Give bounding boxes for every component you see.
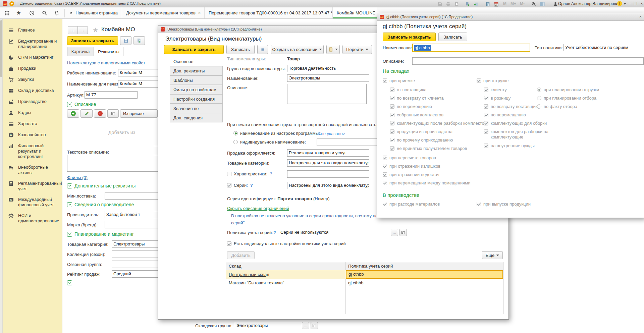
warehouse-cell-link[interactable]: Центральный склад: [229, 270, 269, 279]
column-header-policy[interactable]: Политика учета серий: [348, 262, 393, 270]
warehouse-cell-link[interactable]: Магазин "Бытовая техника": [229, 279, 284, 287]
checkbox-on-receipt[interactable]: при приемке: [383, 78, 415, 83]
warehouse-group-select-button[interactable]: ...: [302, 322, 309, 329]
user-name[interactable]: Орлов Александр Владимирович: [558, 1, 621, 6]
section-additional-attributes[interactable]: Дополнительные реквизиты: [67, 183, 136, 188]
add-image-button[interactable]: +: [67, 109, 79, 118]
print-name-input[interactable]: Комбайн М: [118, 80, 160, 88]
edit-image-button[interactable]: [80, 109, 93, 118]
series-policy-open-button[interactable]: [399, 229, 407, 236]
sidebar-item-regulated-accounting[interactable]: Регламентированный учет: [3, 178, 62, 194]
radio-on-picking-planning[interactable]: при планировании отбора: [537, 96, 596, 101]
save-and-close-button[interactable]: Записать и закрыть: [67, 36, 118, 45]
individual-settings-checkbox[interactable]: Есть индивидуальные настройки политики у…: [227, 241, 346, 246]
calculator-icon[interactable]: [484, 0, 491, 8]
sidebar-item-purchases[interactable]: Закупки: [3, 74, 62, 85]
checkbox-goods-recount[interactable]: при пересчете товаров: [383, 155, 436, 160]
nav-item-default-values[interactable]: Значения по умолчанию: [170, 104, 223, 113]
help-icon[interactable]: ?: [273, 230, 276, 235]
favorite-star-icon[interactable]: ★: [93, 26, 98, 34]
min-supply-input[interactable]: [105, 192, 161, 200]
sidebar-item-main[interactable]: Главное: [3, 25, 62, 36]
create-copy-button[interactable]: [133, 36, 145, 45]
history-icon[interactable]: [28, 9, 36, 17]
reports-button[interactable]: [326, 45, 340, 54]
sales-rating-input[interactable]: Средний: [112, 270, 161, 278]
radio-on-shipment-planning[interactable]: при планировании отгрузки: [537, 87, 599, 92]
print-icon[interactable]: [444, 0, 452, 8]
policy-cell-link[interactable]: gj cthbb: [348, 272, 364, 277]
delete-image-button[interactable]: ×: [94, 109, 106, 118]
checkbox-from-supplier[interactable]: от поставщика: [390, 87, 426, 92]
warehouse-group-open-button[interactable]: [311, 322, 318, 329]
series-checkbox[interactable]: Серии: ?: [227, 183, 253, 188]
from-attached-button[interactable]: Из присое: [120, 109, 158, 118]
tab-goods-transfer-documents[interactable]: Документы перемещения товаров ×: [122, 7, 205, 18]
radio-on-picking-fact[interactable]: по факту отбора: [537, 104, 577, 109]
memory-mminus-button[interactable]: M-: [520, 1, 525, 6]
image-drop-area[interactable]: Добавить из: [82, 119, 162, 146]
save-button[interactable]: [120, 36, 131, 45]
sidebar-item-crm[interactable]: CRM и маркетинг: [3, 52, 62, 63]
checkbox-by-transfer[interactable]: по перемещению: [390, 104, 432, 109]
save-and-close-button[interactable]: Записать и закрыть: [383, 33, 436, 41]
print-preview-icon[interactable]: [453, 0, 460, 8]
save-button[interactable]: Записать: [438, 33, 467, 41]
text-description-textarea[interactable]: [67, 155, 158, 172]
series-input[interactable]: Настроены для этого вида номенклатуры: [287, 182, 369, 189]
section-chevron-icon[interactable]: [67, 280, 72, 285]
checkbox-material-consumption[interactable]: при расходе материалов: [383, 202, 440, 207]
quick-menu-icon[interactable]: [9, 1, 14, 6]
split-view-icon[interactable]: [538, 0, 546, 8]
section-description[interactable]: Описание: [67, 102, 96, 107]
nav-item-main[interactable]: Основное: [170, 57, 223, 66]
checkbox-return-from-client[interactable]: по возврату от клиента: [390, 96, 444, 101]
sidebar-item-hr[interactable]: Кадры: [3, 107, 62, 118]
goto-button[interactable]: Перейти: [342, 45, 372, 54]
checkbox-return-to-supplier[interactable]: по возврату поставщику: [484, 104, 540, 109]
season-group-input[interactable]: [112, 261, 161, 268]
work-name-input[interactable]: Комбайн М: [118, 69, 160, 76]
zoom-icon[interactable]: [530, 0, 537, 8]
nav-item-creation-settings[interactable]: Настройки создания: [170, 94, 223, 104]
checkbox-product-output[interactable]: при выпуске продукции: [477, 202, 531, 207]
checkbox-shortage-reflection[interactable]: при отражении недостач: [383, 172, 439, 177]
favorites-icon[interactable]: ★: [16, 9, 21, 16]
type-group-input[interactable]: Торговая деятельность: [287, 65, 369, 72]
checkbox-retail[interactable]: в розницу: [484, 96, 511, 101]
characteristics-input[interactable]: [287, 170, 369, 178]
copy-image-button[interactable]: [107, 109, 119, 118]
checkbox-by-transfer-out[interactable]: по перемещению: [484, 112, 526, 117]
files-link[interactable]: Файлы (0): [67, 175, 88, 180]
tab-kombain-mouline[interactable]: Комбайн MOULINE: [333, 7, 377, 18]
nav-item-name-templates[interactable]: Шаблоны наименований: [170, 75, 223, 85]
add-row-button[interactable]: Добавить: [227, 251, 255, 259]
copy-to-clipboard-icon[interactable]: [464, 0, 471, 8]
checkbox-products-from-production[interactable]: продукции из производства: [390, 129, 452, 134]
nav-item-additional-attributes[interactable]: Доп. реквизиты: [170, 66, 223, 75]
checkbox-components-after-disassembly[interactable]: комплектующих после разборки комплектов: [390, 121, 487, 126]
collection-input[interactable]: [112, 251, 161, 258]
notifications-icon[interactable]: [53, 9, 60, 17]
checkbox-assembled-kits[interactable]: собранных комплектов: [390, 112, 443, 117]
sidebar-item-salary[interactable]: Зарплата: [3, 118, 62, 129]
sidebar-item-financial-result[interactable]: Финансовый результат и контроллинг: [3, 141, 62, 162]
sidebar-item-production[interactable]: Производство: [3, 96, 62, 107]
radio-program-name[interactable]: наименование из настроек программы:: [233, 131, 320, 136]
brand-input[interactable]: [105, 221, 161, 228]
checkbox-surplus-reflection[interactable]: при отражении излишков: [383, 164, 440, 169]
sidebar-item-nsi-administration[interactable]: НСИ и администрирование: [3, 210, 62, 226]
tab-card[interactable]: Карточка: [67, 47, 94, 56]
tab-details[interactable]: Реквизиты: [94, 47, 123, 56]
description-input[interactable]: [412, 57, 644, 65]
help-icon[interactable]: ?: [250, 183, 253, 188]
tab-home[interactable]: Начальная страница: [66, 7, 122, 18]
paste-from-clipboard-icon[interactable]: [472, 0, 480, 8]
calendar-icon[interactable]: 31: [492, 0, 500, 8]
category-input[interactable]: Электротовары: [112, 240, 161, 248]
checkbox-transfer-between-premises[interactable]: при перемещении между помещениями: [383, 180, 470, 185]
not-specified-link[interactable]: <не указано>: [318, 131, 345, 136]
section-planning-marketing[interactable]: Планирование и маркетинг: [67, 231, 134, 237]
checkbox-kits-for-disassembly[interactable]: комплектов для разборки на комплектующие: [484, 129, 561, 140]
checkbox-components-for-assembly[interactable]: комплектующих для сборки: [484, 121, 547, 126]
